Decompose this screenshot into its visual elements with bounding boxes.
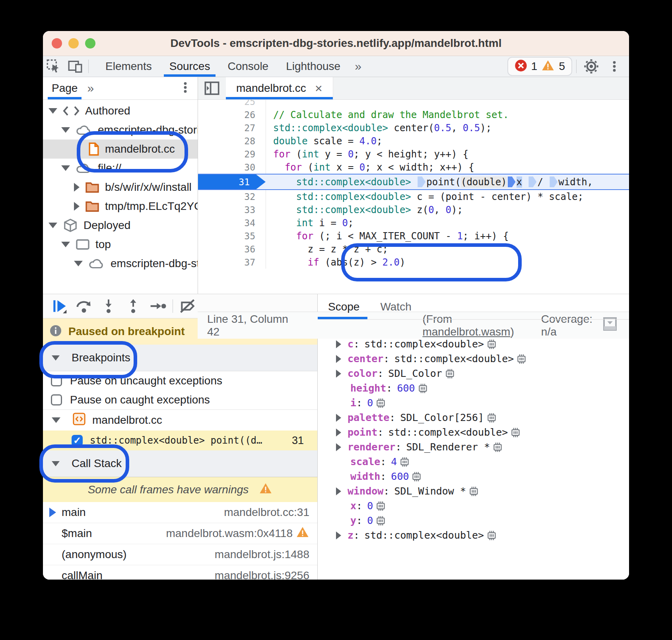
tab-scope[interactable]: Scope xyxy=(318,294,370,319)
tree-item-authored[interactable]: Authored xyxy=(43,101,198,120)
chevron-right-icon[interactable] xyxy=(336,414,341,422)
close-window-button[interactable] xyxy=(52,38,62,48)
checkbox[interactable] xyxy=(51,394,62,405)
wasm-link[interactable]: mandelbrot.wasm xyxy=(422,326,510,338)
code-line-32[interactable]: 32 std::complex<double> c = (point - cen… xyxy=(198,190,629,203)
line-number[interactable]: 35 xyxy=(198,231,266,241)
chevron-down-icon[interactable] xyxy=(49,223,57,228)
memory-inspector-icon[interactable] xyxy=(486,529,498,541)
chevron-down-icon[interactable] xyxy=(49,108,57,114)
continue-to-marker-icon[interactable] xyxy=(550,176,557,187)
scope-prop-i[interactable]: i:0 xyxy=(318,396,629,410)
line-number[interactable]: 37 xyxy=(198,257,266,268)
code-editor[interactable]: 2526// Calculate and draw the Mandelbrot… xyxy=(198,100,629,294)
scope-prop-z[interactable]: z:std::complex<double> xyxy=(318,528,629,543)
tree-item-b-s-w-ir-x-w-install[interactable]: b/s/w/ir/x/w/install xyxy=(43,178,198,197)
continue-to-marker-icon[interactable] xyxy=(528,176,536,187)
chevron-right-icon[interactable] xyxy=(74,183,80,192)
chevron-right-icon[interactable] xyxy=(336,355,341,363)
deactivate-breakpoints-icon[interactable] xyxy=(175,296,200,316)
panel-tab-sources[interactable]: Sources xyxy=(161,56,219,77)
line-number[interactable]: 29 xyxy=(198,149,266,159)
memory-inspector-icon[interactable] xyxy=(468,485,480,497)
line-number[interactable]: 33 xyxy=(198,205,266,215)
chevron-down-icon[interactable] xyxy=(61,242,70,247)
scope-prop-y[interactable]: y:0 xyxy=(318,513,629,528)
scope-prop-point[interactable]: point:std::complex<double> xyxy=(318,425,629,440)
chevron-right-icon[interactable] xyxy=(336,340,341,348)
step-icon[interactable] xyxy=(146,296,170,316)
gear-icon[interactable] xyxy=(581,58,602,75)
memory-inspector-icon[interactable] xyxy=(486,411,498,424)
scope-prop-color[interactable]: color:SDL_Color xyxy=(318,366,629,381)
scope-prop-height[interactable]: height:600 xyxy=(318,381,629,396)
code-line-31[interactable]: 31 std::complex<double> point((double)x … xyxy=(198,174,629,190)
memory-inspector-icon[interactable] xyxy=(375,514,387,527)
breakpoint-file-group[interactable]: mandelbrot.cc xyxy=(43,409,317,431)
memory-inspector-icon[interactable] xyxy=(444,367,456,380)
callstack-frame--anonymous-[interactable]: (anonymous)mandelbrot.js:1488 xyxy=(43,544,317,565)
scope-prop-x[interactable]: x:0 xyxy=(318,498,629,513)
chevron-right-icon[interactable] xyxy=(336,487,341,495)
memory-inspector-icon[interactable] xyxy=(410,470,423,483)
memory-inspector-icon[interactable] xyxy=(509,426,522,438)
step-out-icon[interactable] xyxy=(121,296,146,316)
line-number[interactable]: 25 xyxy=(198,100,266,107)
minimize-window-button[interactable] xyxy=(68,38,79,48)
chevron-down-icon[interactable] xyxy=(61,165,70,171)
inspect-icon[interactable] xyxy=(43,58,64,75)
step-into-icon[interactable] xyxy=(96,296,121,316)
navigator-kebab-icon[interactable] xyxy=(179,80,192,96)
memory-inspector-icon[interactable] xyxy=(375,397,387,409)
chevron-right-icon[interactable] xyxy=(336,429,341,436)
memory-inspector-icon[interactable] xyxy=(515,353,528,365)
callstack-frame-$main[interactable]: $mainmandelbrot.wasm:0x4118 xyxy=(43,523,317,544)
resume-icon[interactable] xyxy=(47,296,72,316)
scope-prop-c[interactable]: c:std::complex<double> xyxy=(318,337,629,351)
memory-inspector-icon[interactable] xyxy=(491,441,504,453)
chevron-right-icon[interactable] xyxy=(336,370,341,378)
line-number[interactable]: 27 xyxy=(198,123,266,133)
panel-tab-elements[interactable]: Elements xyxy=(97,56,161,77)
scope-prop-scale[interactable]: scale:4 xyxy=(318,454,629,469)
kebab-menu-icon[interactable] xyxy=(604,58,625,75)
chevron-right-icon[interactable] xyxy=(336,443,341,451)
line-number[interactable]: 36 xyxy=(198,244,266,254)
code-line-30[interactable]: 30 for (int x = 0; x < width; x++) { xyxy=(198,161,629,174)
code-line-28[interactable]: 28double scale = 4.0; xyxy=(198,134,629,147)
device-toolbar-icon[interactable] xyxy=(64,58,86,75)
chevron-right-icon[interactable] xyxy=(336,531,341,539)
tree-item-deployed[interactable]: Deployed xyxy=(43,216,198,235)
callstack-frame-main[interactable]: mainmandelbrot.cc:31 xyxy=(43,502,317,523)
maximize-window-button[interactable] xyxy=(85,38,95,48)
close-tab-icon[interactable]: × xyxy=(315,81,322,96)
chevron-down-icon[interactable] xyxy=(74,261,83,266)
line-number[interactable]: 32 xyxy=(198,192,266,202)
continue-to-marker-icon[interactable] xyxy=(418,176,425,187)
paused-position-marker-icon[interactable] xyxy=(508,176,516,187)
line-number[interactable]: 28 xyxy=(198,136,266,146)
panel-tab-lighthouse[interactable]: Lighthouse xyxy=(277,56,349,77)
chevron-right-icon[interactable] xyxy=(74,202,80,211)
code-line-36[interactable]: 36 z = z * z + c; xyxy=(198,242,629,256)
scope-prop-palette[interactable]: palette:SDL_Color[256] xyxy=(318,410,629,425)
line-number[interactable]: 34 xyxy=(198,218,266,228)
memory-inspector-icon[interactable] xyxy=(375,500,387,512)
editor-tab-mandelbrot[interactable]: mandelbrot.cc × xyxy=(226,77,333,99)
scope-prop-width[interactable]: width:600 xyxy=(318,469,629,484)
tree-item-tmp-tmp-elctq2yc[interactable]: tmp/tmp.ELcTq2YC xyxy=(43,197,198,216)
code-line-35[interactable]: 35 for (; i < MAX_ITER_COUNT - 1; i++) { xyxy=(198,229,629,242)
scope-prop-renderer[interactable]: renderer:SDL_Renderer * xyxy=(318,440,629,454)
more-navigator-tabs-icon[interactable]: » xyxy=(82,81,99,95)
code-line-26[interactable]: 26// Calculate and draw the Mandelbrot s… xyxy=(198,108,629,121)
memory-inspector-icon[interactable] xyxy=(486,338,498,350)
tree-item-file-[interactable]: file:// xyxy=(43,159,198,178)
collapse-sidebar-icon[interactable] xyxy=(198,77,226,99)
callstack-section-header[interactable]: Call Stack xyxy=(43,450,317,477)
scope-prop-center[interactable]: center:std::complex<double> xyxy=(318,351,629,366)
code-line-25[interactable]: 25 xyxy=(198,100,629,108)
checkbox-row-pause-on-uncaught-exceptions[interactable]: Pause on uncaught exceptions xyxy=(43,371,317,390)
memory-inspector-icon[interactable] xyxy=(417,382,429,394)
tab-page[interactable]: Page xyxy=(48,77,82,99)
tree-item-emscripten-dbg-sto[interactable]: emscripten-dbg-sto xyxy=(43,254,198,273)
